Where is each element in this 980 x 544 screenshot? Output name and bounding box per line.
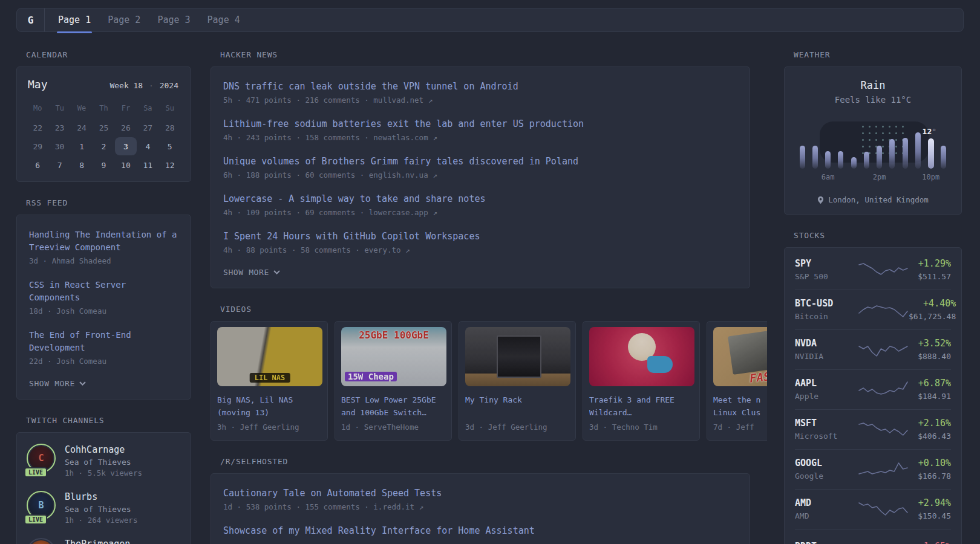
reddit-link[interactable]: Showcase of my Mixed Reality Interface f… <box>223 525 737 537</box>
calendar-day[interactable]: 6 <box>27 156 48 174</box>
calendar-day[interactable]: 27 <box>137 118 158 137</box>
calendar-day[interactable]: 5 <box>159 137 181 155</box>
stock-values: +2.94%$150.45 <box>918 497 951 520</box>
channel-name[interactable]: CohhCarnage <box>65 444 142 456</box>
channel-name[interactable]: Blurbs <box>65 491 137 503</box>
stock-values: +2.16%$406.43 <box>918 418 951 441</box>
reddit-link[interactable]: Cautionary Tale on Automated Speed Tests <box>223 487 737 500</box>
video-title-line[interactable]: Linux Clus <box>713 406 767 419</box>
nav-tab-page-4[interactable]: Page 4 <box>206 8 241 31</box>
stock-row: NVDANVIDIA+3.52%$888.40 <box>795 329 951 369</box>
stock-symbol[interactable]: BTC-USD <box>795 298 858 309</box>
stock-name: Microsoft <box>795 432 858 441</box>
channel-info: CohhCarnageSea of Thieves1h · 5.5k viewe… <box>65 444 142 478</box>
hackernews-card: DNS traffic can leak outside the VPN tun… <box>211 66 750 288</box>
stock-row: AAPLApple+6.87%$184.91 <box>795 369 951 409</box>
calendar-day[interactable]: 29 <box>27 137 48 155</box>
calendar-day[interactable]: 30 <box>48 137 70 155</box>
weather-bar <box>941 146 946 169</box>
channel-avatar[interactable]: BLIVE <box>27 491 56 520</box>
weekday-label: Th <box>93 99 114 117</box>
hackernews-link[interactable]: Lowercase - A simple way to take and sha… <box>223 193 737 206</box>
channel-viewers: 1h · 5.5k viewers <box>65 468 142 478</box>
hackernews-show-more-button[interactable]: SHOW MORE <box>223 268 737 277</box>
hackernews-link[interactable]: Lithium-free sodium batteries exit the l… <box>223 118 737 131</box>
channel-info: ThePrimeagen <box>65 538 130 544</box>
stock-symbol[interactable]: GOOGL <box>795 458 858 468</box>
rss-title: RSS FEED <box>26 198 191 207</box>
video-title-line[interactable]: Traefik 3 and FREE <box>589 393 693 406</box>
channel-name[interactable]: ThePrimeagen <box>65 538 130 544</box>
calendar-day[interactable]: 25 <box>93 118 114 137</box>
channel-avatar[interactable] <box>27 538 56 544</box>
video-title-line[interactable]: Wildcard… <box>589 406 693 419</box>
rss-link[interactable]: CSS in React Server Components <box>29 279 178 304</box>
calendar-day[interactable]: 22 <box>27 118 48 137</box>
calendar-day[interactable]: 4 <box>137 137 158 155</box>
calendar-day[interactable]: 9 <box>93 156 114 174</box>
stock-symbol[interactable]: NVDA <box>795 338 858 349</box>
calendar-day[interactable]: 26 <box>115 118 137 137</box>
calendar-day[interactable]: 7 <box>48 156 70 174</box>
hackernews-link[interactable]: Unique volumes of Brothers Grimm fairy t… <box>223 155 737 168</box>
stock-id: MSFTMicrosoft <box>795 418 858 441</box>
video-thumbnail[interactable]: 25GbE 100GbE15W Cheap <box>341 327 446 386</box>
calendar-day[interactable]: 10 <box>115 156 137 174</box>
rss-link[interactable]: Handling The Indentation of a Treeview C… <box>29 228 178 254</box>
calendar-day[interactable]: 3 <box>115 137 137 155</box>
hackernews-link[interactable]: I Spent 24 Hours with GitHub Copilot Wor… <box>223 230 737 243</box>
video-title-line[interactable]: My Tiny Rack <box>465 393 569 406</box>
stocks-widget: STOCKS SPYS&P 500+1.29%$511.57BTC-USDBit… <box>784 231 962 544</box>
calendar-day[interactable]: 11 <box>137 156 158 174</box>
calendar-day[interactable]: 1 <box>71 137 93 155</box>
rss-show-more-button[interactable]: SHOW MORE <box>29 379 178 388</box>
rss-link[interactable]: The End of Front-End Development <box>29 329 178 354</box>
stock-id: AAPLApple <box>795 378 858 401</box>
weather-title: WEATHER <box>794 50 962 59</box>
calendar-day[interactable]: 23 <box>48 118 70 137</box>
nav-tab-page-1[interactable]: Page 1 <box>57 8 92 31</box>
video-title-line[interactable]: (moving 13) <box>217 406 321 419</box>
stock-symbol[interactable]: SPY <box>795 258 858 269</box>
twitch-channel-row: BLIVEBlurbsSea of Thieves1h · 264 viewer… <box>27 491 181 525</box>
video-thumbnail[interactable]: LIL NAS <box>217 327 322 386</box>
video-thumbnail[interactable] <box>465 327 570 386</box>
calendar-year: 2024 <box>160 81 178 90</box>
stock-symbol[interactable]: AAPL <box>795 378 858 389</box>
calendar-weekday-row: MoTuWeThFrSaSu <box>27 99 181 117</box>
stock-symbol[interactable]: MSFT <box>795 418 858 429</box>
video-title-line[interactable]: BEST Low Power 25GbE <box>341 393 445 406</box>
nav-tab-page-3[interactable]: Page 3 <box>156 8 191 31</box>
stock-symbol[interactable]: RDDT <box>795 541 858 544</box>
video-title-line[interactable]: and 100GbE Switch… <box>341 406 445 419</box>
time-label: 6am <box>822 173 835 181</box>
nav-tab-page-2[interactable]: Page 2 <box>106 8 142 31</box>
hackernews-item: I Spent 24 Hours with GitHub Copilot Wor… <box>223 230 737 254</box>
channel-game[interactable]: Sea of Thieves <box>65 505 137 514</box>
hackernews-link[interactable]: DNS traffic can leak outside the VPN tun… <box>223 80 737 93</box>
calendar-day[interactable]: 2 <box>93 137 114 155</box>
stock-sparkline <box>858 537 909 544</box>
stock-price: $511.57 <box>918 272 951 281</box>
rss-item: CSS in React Server Components18d · Josh… <box>29 279 178 316</box>
video-thumbnail[interactable] <box>589 327 694 386</box>
thumbnail-text: 25GbE 100GbE <box>359 329 429 341</box>
calendar-day[interactable]: 8 <box>71 156 93 174</box>
channel-avatar[interactable]: CLIVE <box>27 444 56 473</box>
reddit-title: /R/SELFHOSTED <box>220 457 750 466</box>
calendar-header: May Week 18 · 2024 <box>27 77 181 91</box>
calendar-day[interactable]: 28 <box>159 118 181 137</box>
app-logo[interactable]: G <box>17 8 44 31</box>
location-pin-icon <box>817 196 824 204</box>
weather-bar-column <box>863 152 869 169</box>
video-thumbnail[interactable]: FAS <box>713 327 767 386</box>
channel-game[interactable]: Sea of Thieves <box>65 458 142 467</box>
calendar-day[interactable]: 24 <box>71 118 93 137</box>
time-label: 2pm <box>873 173 886 181</box>
thumbnail-text: 15W Cheap <box>345 372 397 381</box>
weather-bar-column <box>851 157 857 169</box>
calendar-day[interactable]: 12 <box>159 156 181 174</box>
stock-symbol[interactable]: AMD <box>795 497 858 508</box>
video-title-line[interactable]: Meet the n <box>713 393 767 406</box>
video-title-line[interactable]: Big NAS, Lil NAS <box>217 393 321 406</box>
